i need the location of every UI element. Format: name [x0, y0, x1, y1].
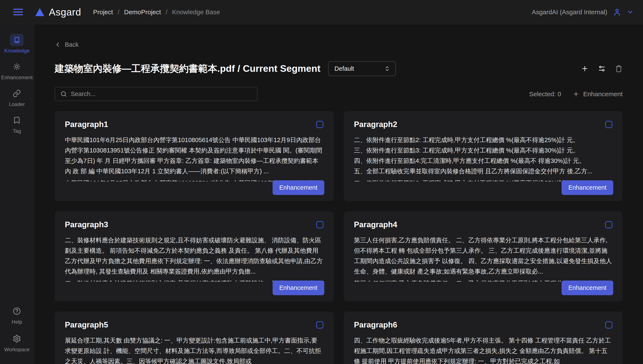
- card-checkbox[interactable]: [605, 121, 612, 128]
- paragraph-card-6: Paragraph6 四、工作物之瑕疵經驗收完成後逾5年者,甲方不得主張。 第十…: [344, 312, 623, 364]
- sidebar-item-workspace[interactable]: Workspace: [4, 332, 30, 352]
- title-actions: [581, 65, 622, 72]
- title-row: 建築物室內裝修—工程承攬契約書範本.pdf / Current Segment …: [55, 61, 622, 76]
- breadcrumb-separator: /: [166, 8, 167, 16]
- enhancement-button[interactable]: Enhancement: [562, 180, 613, 195]
- toolbar-right: Selected: 0 Enhancement: [529, 90, 622, 98]
- enhancement-button[interactable]: Enhancement: [562, 280, 613, 295]
- card-text: 展延合理工期,其天數 由雙方協議之: 一、甲方變更設計:包含施工前或施工中,甲方…: [65, 335, 323, 364]
- app-header: Asgard Project / DemoProject / Knowledge…: [0, 0, 643, 24]
- logo-text: Asgard: [49, 6, 81, 18]
- account-label: AsgardAI (Asgard Internal): [532, 8, 607, 16]
- enhancement-button[interactable]: Enhancement: [273, 280, 324, 295]
- segment-select-value: Default: [334, 65, 354, 72]
- card-title: Paragraph2: [354, 120, 397, 129]
- sidebar-item-label: Workspace: [4, 346, 30, 352]
- sun-icon: [13, 63, 21, 71]
- paragraph-card-3: Paragraph3 二、裝修材料應合於建築技術規則之規定,且不得妨害或破壞防火…: [55, 211, 334, 301]
- sidebar-item-label: Help: [12, 319, 22, 325]
- add-enhancement-label: Enhancement: [583, 90, 622, 98]
- page-title: 建築物室內裝修—工程承攬契約書範本.pdf / Current Segment: [55, 62, 320, 75]
- paragraph-card-1: Paragraph1 中華民國101年6月25日內政部台內營字第10108056…: [55, 111, 334, 201]
- breadcrumb-current-page: Knowledge Base: [172, 8, 220, 16]
- card-checkbox[interactable]: [316, 221, 323, 228]
- sidebar-item-tag[interactable]: Tag: [10, 114, 24, 134]
- enhancement-button[interactable]: Enhancement: [273, 180, 324, 195]
- sidebar-item-label: Knowledge: [4, 48, 30, 54]
- selected-count-label: Selected: 0: [529, 90, 561, 98]
- card-text: 二、裝修材料應合於建築技術規則之規定,且不得妨害或破壞防火避難設施、 消防設備、…: [65, 235, 323, 277]
- back-button[interactable]: Back: [55, 40, 78, 49]
- account-menu[interactable]: AsgardAI (Asgard Internal): [532, 8, 634, 16]
- delete-button[interactable]: [615, 65, 622, 72]
- card-title: Paragraph4: [354, 220, 397, 229]
- card-checkbox[interactable]: [316, 321, 323, 328]
- sidebar-item-knowledge[interactable]: Knowledge: [4, 34, 30, 54]
- breadcrumb: Project / DemoProject / Knowledge Base: [93, 8, 220, 16]
- search-box: [55, 87, 258, 101]
- chevron-left-icon: [55, 42, 61, 48]
- trash-icon: [615, 65, 622, 72]
- logo-triangle-icon: [35, 8, 44, 16]
- sidebar-item-help[interactable]: Help: [10, 305, 24, 325]
- card-text: 二、依附件進行至節點2: 工程完成時,甲方支付工程總價 %(最高不得逾25%)計…: [354, 135, 613, 176]
- breadcrumb-project[interactable]: Project: [93, 8, 113, 16]
- search-input[interactable]: [55, 87, 258, 101]
- paragraph-card-2: Paragraph2 二、依附件進行至節點2: 工程完成時,甲方支付工程總價 %…: [344, 111, 623, 201]
- hamburger-menu-icon[interactable]: [13, 9, 23, 15]
- bookmark-icon: [13, 116, 21, 124]
- sidebar-item-enhancement[interactable]: Enhancement: [1, 60, 33, 80]
- book-icon: [13, 36, 21, 44]
- back-label: Back: [65, 41, 78, 48]
- segment-select[interactable]: Default: [328, 61, 396, 76]
- card-checkbox[interactable]: [605, 321, 612, 328]
- gear-icon: [13, 334, 21, 343]
- help-circle-icon: [13, 307, 21, 315]
- card-title: Paragraph1: [65, 120, 108, 129]
- add-button[interactable]: [581, 65, 589, 72]
- sidebar-item-loader[interactable]: Loader: [9, 87, 25, 107]
- paragraph-card-4: Paragraph4 第三人任何損害,乙方應負賠償責任。 二、乙方得依專業分工原…: [344, 211, 623, 301]
- breadcrumb-demo-project[interactable]: DemoProject: [124, 8, 161, 16]
- paragraph-card-5: Paragraph5 展延合理工期,其天數 由雙方協議之: 一、甲方變更設計:包…: [55, 312, 334, 364]
- chevrons-up-down-icon: [384, 66, 390, 72]
- card-text: 四、工作物之瑕疵經驗收完成後逾5年者,甲方不得主張。 第十四條 工程管理不當責任…: [354, 335, 613, 364]
- search-icon: [60, 90, 67, 98]
- sidebar-footer: Help Workspace: [4, 305, 30, 352]
- sliders-icon: [598, 65, 605, 72]
- card-text: 第三人任何損害,乙方應負賠償責任。 二、乙方得依專業分工原則,將本工程分包給第三…: [354, 235, 613, 277]
- link-icon: [13, 90, 21, 98]
- breadcrumb-separator: /: [118, 8, 119, 16]
- sidebar-item-label: Loader: [9, 101, 25, 107]
- sidebar-item-label: Tag: [13, 128, 21, 134]
- sidebar: Knowledge Enhancement Loader: [0, 24, 34, 364]
- user-icon: [613, 8, 621, 16]
- chevron-down-icon: [627, 9, 634, 16]
- card-checkbox[interactable]: [316, 121, 323, 128]
- card-title: Paragraph6: [354, 320, 397, 330]
- paragraph-cards-grid: Paragraph1 中華民國101年6月25日內政部台內營字第10108056…: [55, 111, 622, 364]
- filter-settings-button[interactable]: [598, 65, 605, 72]
- sidebar-item-label: Enhancement: [1, 74, 33, 80]
- plus-icon: [573, 91, 579, 98]
- add-enhancement-button[interactable]: Enhancement: [573, 90, 622, 98]
- toolbar-row: Selected: 0 Enhancement: [55, 87, 622, 101]
- card-title: Paragraph3: [65, 220, 108, 229]
- card-checkbox[interactable]: [605, 221, 612, 228]
- sidebar-nav: Knowledge Enhancement Loader: [1, 34, 33, 134]
- main-content: Back 建築物室內裝修—工程承攬契約書範本.pdf / Current Seg…: [34, 24, 643, 364]
- plus-icon: [581, 65, 589, 72]
- card-title: Paragraph5: [65, 320, 108, 330]
- app-logo: Asgard: [35, 6, 81, 18]
- card-text: 中華民國101年6月25日內政部台內營字第1010805614號公告 中華民國1…: [65, 135, 323, 176]
